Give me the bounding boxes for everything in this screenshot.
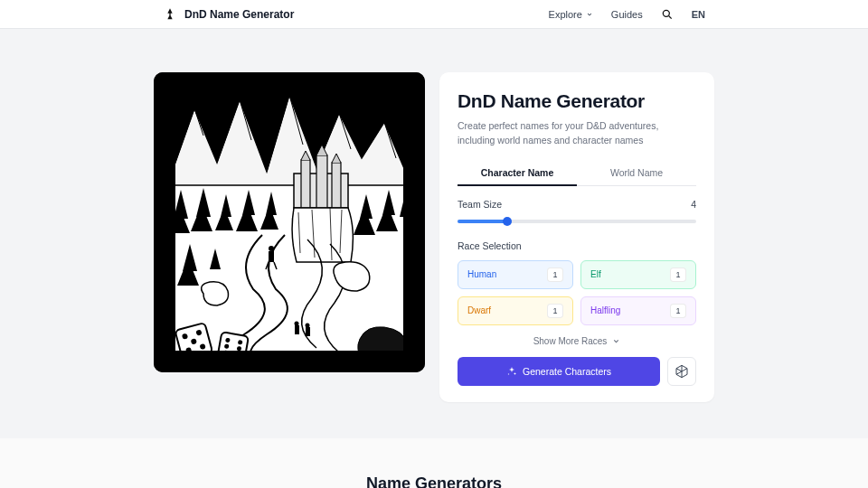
team-size-value: 4 (691, 199, 696, 210)
action-row: Generate Characters (458, 357, 696, 386)
svg-point-8 (269, 246, 274, 251)
brand-title: DnD Name Generator (184, 8, 294, 21)
team-size-slider[interactable] (458, 217, 696, 226)
race-count: 1 (547, 304, 563, 318)
random-dice-button[interactable] (667, 357, 696, 386)
svg-point-12 (306, 324, 310, 328)
sparkle-icon (506, 366, 517, 377)
race-name: Halfling (590, 305, 620, 315)
race-count: 1 (670, 267, 686, 282)
brand-area: DnD Name Generator (163, 7, 294, 22)
tab-character-name[interactable]: Character Name (458, 161, 577, 186)
language-selector[interactable]: EN (692, 9, 705, 20)
main-container: DnD Name Generator Create perfect names … (154, 29, 714, 402)
race-card-elf[interactable]: Elf 1 (580, 260, 696, 289)
search-button[interactable] (661, 8, 674, 21)
race-name: Dwarf (467, 305, 491, 315)
race-grid: Human 1 Elf 1 Dwarf 1 Halfling 1 (458, 260, 696, 325)
nav-explore[interactable]: Explore (549, 9, 593, 20)
tab-world-name[interactable]: World Name (577, 161, 696, 185)
race-name: Human (467, 269, 496, 279)
svg-rect-6 (316, 155, 327, 208)
search-icon (661, 8, 674, 21)
dice-icon (675, 364, 689, 379)
section-title: Name Generators (0, 474, 868, 489)
race-count: 1 (547, 267, 563, 282)
race-selection-label: Race Selection (458, 240, 696, 251)
race-card-halfling[interactable]: Halfling 1 (580, 296, 696, 325)
svg-point-10 (295, 322, 299, 326)
nav-guides[interactable]: Guides (611, 9, 643, 20)
panel-title: DnD Name Generator (458, 90, 696, 112)
chevron-down-icon (586, 11, 593, 18)
generate-label: Generate Characters (523, 366, 611, 377)
svg-point-0 (663, 10, 669, 16)
svg-rect-7 (332, 163, 341, 208)
hero-illustration (154, 72, 425, 372)
generate-characters-button[interactable]: Generate Characters (458, 357, 660, 386)
svg-rect-5 (301, 160, 310, 208)
svg-rect-9 (269, 251, 274, 262)
panel-subtitle: Create perfect names for your D&D advent… (458, 119, 696, 148)
slider-thumb[interactable] (503, 217, 512, 226)
race-count: 1 (670, 304, 686, 318)
show-more-label: Show More Races (533, 336, 608, 346)
svg-rect-11 (295, 325, 299, 334)
header: DnD Name Generator Explore Guides EN (0, 0, 868, 29)
slider-fill (458, 220, 507, 223)
nav-explore-label: Explore (549, 9, 582, 20)
team-size-label: Team Size (458, 199, 502, 210)
show-more-races[interactable]: Show More Races (458, 336, 696, 346)
race-card-human[interactable]: Human 1 (458, 260, 573, 289)
team-size-row: Team Size 4 (458, 199, 696, 210)
race-name: Elf (590, 269, 601, 279)
wizard-logo-icon (163, 7, 177, 22)
name-generators-section: Name Generators (0, 438, 868, 489)
race-card-dwarf[interactable]: Dwarf 1 (458, 296, 573, 325)
svg-rect-13 (306, 327, 310, 336)
tabs: Character Name World Name (458, 161, 696, 186)
generator-panel: DnD Name Generator Create perfect names … (439, 72, 714, 402)
chevron-down-icon (612, 337, 620, 345)
nav: Explore Guides EN (549, 8, 705, 21)
